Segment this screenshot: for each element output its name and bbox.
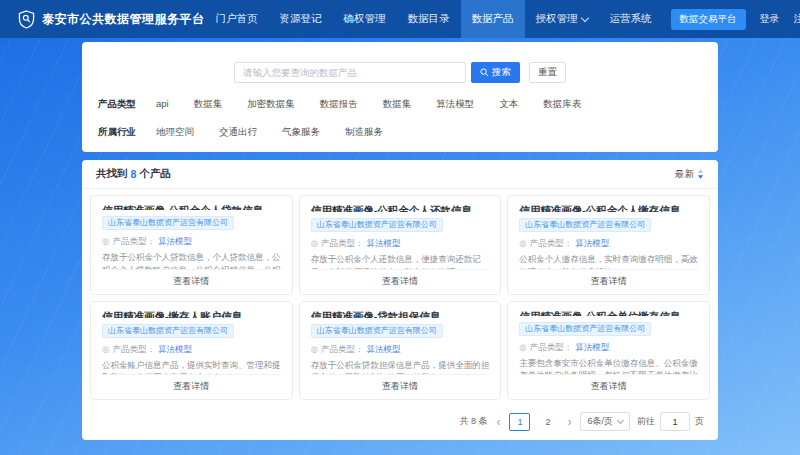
view-details-button[interactable]: 查看详情 <box>311 374 490 399</box>
nav-item-rights-management[interactable]: 确权管理 <box>333 0 397 38</box>
product-description: 存放于公积金个人贷款信息，个人贷款信息，公积金个人贷款账户信息，公积金报税信息，… <box>102 251 281 268</box>
company-tag: 山东省泰山数据资产运营有限公司 <box>519 322 651 336</box>
nav-item-resource-register[interactable]: 资源登记 <box>269 0 333 38</box>
nav-item-authorization-management[interactable]: 授权管理 <box>525 0 599 38</box>
filter-label-product-type: 产品类型 <box>98 98 136 111</box>
filter-option[interactable]: 气象服务 <box>282 126 320 139</box>
nav-item-data-catalog[interactable]: 数据目录 <box>397 0 461 38</box>
view-details-button[interactable]: 查看详情 <box>311 269 490 294</box>
results-count-number: 8 <box>131 168 137 180</box>
login-link[interactable]: 登录 <box>760 12 780 26</box>
chevron-down-icon <box>580 13 588 21</box>
goto-page-input[interactable] <box>660 412 690 431</box>
product-type-icon: ◎ <box>311 344 318 355</box>
goto-page-suffix: 页 <box>695 415 704 428</box>
sort-latest-control[interactable]: 最新 <box>675 168 704 181</box>
search-input[interactable] <box>234 62 466 83</box>
product-type-value: 算法模型 <box>575 238 609 249</box>
pagination: 共 8 条 ‹ 1 2 › 6条/页 前往 页 <box>82 406 718 440</box>
nav-item-portal-home[interactable]: 门户首页 <box>205 0 269 38</box>
product-type-label: 产品类型： <box>530 238 573 249</box>
product-card[interactable]: 信用精准画像-公积金个人贷款信息 山东省泰山数据资产运营有限公司 ◎ 产品类型：… <box>90 195 293 295</box>
product-title: 信用精准画像-贷款担保信息 <box>311 310 490 318</box>
reset-button[interactable]: 重置 <box>529 62 566 83</box>
filter-option[interactable]: 算法模型 <box>436 98 474 111</box>
product-type-icon: ◎ <box>311 238 318 249</box>
view-details-button[interactable]: 查看详情 <box>102 269 281 294</box>
results-panel: 共找到 8 个产品 最新 信用精准画像-公积金个人贷款信息 山东省泰山数据资产运… <box>82 160 718 440</box>
filter-row-product-type: 产品类型 api 数据集 加密数据集 数据报告 数据集 算法模型 文本 数据库表 <box>96 98 704 111</box>
filter-option[interactable]: 数据集 <box>383 98 412 111</box>
page-background: 泰安市公共数据管理服务平台 门户首页 资源登记 确权管理 数据目录 数据产品 授… <box>0 0 800 455</box>
product-description: 公积金个人缴存信息，实时查询缴存明细，高效管理账户，助力购房投资。 <box>519 253 698 268</box>
auth-links: 登录 注册 <box>760 12 800 26</box>
sort-arrows-icon <box>697 169 704 179</box>
company-tag: 山东省泰山数据资产运营有限公司 <box>311 218 443 232</box>
product-title: 信用精准画像-缴存人账户信息 <box>102 310 281 318</box>
results-count: 共找到 8 个产品 <box>96 167 171 181</box>
view-details-button[interactable]: 查看详情 <box>102 374 281 399</box>
goto-page-label: 前往 <box>637 415 655 428</box>
product-title: 信用精准画像-公积金个人缴存信息 <box>519 204 698 212</box>
nav-item-operation-system[interactable]: 运营系统 <box>599 0 663 38</box>
filter-option[interactable]: 制造服务 <box>345 126 383 139</box>
product-type-icon: ◎ <box>519 342 526 353</box>
pagination-total: 共 8 条 <box>459 415 487 428</box>
product-type-value: 算法模型 <box>367 238 401 249</box>
product-description: 公积金账户信息产品，提供实时查询、管理和提取服务，方便用户掌握账户动态。 <box>102 359 281 374</box>
product-card[interactable]: 信用精准画像-公积金单位缴存信息 山东省泰山数据资产运营有限公司 ◎ 产品类型：… <box>507 301 710 401</box>
product-description: 存放于公积金个人还款信息，便捷查询还款记录，实时掌握还款状态，助力财务管理。 <box>311 253 490 268</box>
page-size-select[interactable]: 6条/页 <box>580 412 630 431</box>
next-page-button[interactable]: › <box>565 415 573 429</box>
filter-option[interactable]: 数据集 <box>194 98 223 111</box>
filter-option[interactable]: api <box>156 98 169 111</box>
filter-option[interactable]: 加密数据集 <box>247 98 295 111</box>
product-description: 存放于公积金贷款担保信息产品，提供全面的担保审核、风险控制与信用评估服务。 <box>311 359 490 374</box>
product-card-grid: 信用精准画像-公积金个人贷款信息 山东省泰山数据资产运营有限公司 ◎ 产品类型：… <box>82 189 718 406</box>
product-description: 主要包含泰安市公积金单位缴存信息、公积金缴存单位账户业务明细，包括但不限于单位缴… <box>519 357 698 374</box>
product-type-value: 算法模型 <box>575 342 609 353</box>
product-type-value: 算法模型 <box>158 344 192 355</box>
search-button[interactable]: 搜索 <box>471 62 520 83</box>
company-tag: 山东省泰山数据资产运营有限公司 <box>311 324 443 338</box>
product-type-value: 算法模型 <box>158 236 192 247</box>
product-type-icon: ◎ <box>519 238 526 249</box>
data-trade-platform-button[interactable]: 数据交易平台 <box>671 9 746 30</box>
product-card[interactable]: 信用精准画像-缴存人账户信息 山东省泰山数据资产运营有限公司 ◎ 产品类型： 算… <box>90 301 293 401</box>
product-card[interactable]: 信用精准画像-公积金个人还款信息 山东省泰山数据资产运营有限公司 ◎ 产品类型：… <box>299 195 502 295</box>
brand-title: 泰安市公共数据管理服务平台 <box>42 11 205 28</box>
product-type-icon: ◎ <box>102 344 109 355</box>
view-details-button[interactable]: 查看详情 <box>519 374 698 399</box>
shield-icon <box>18 10 35 29</box>
product-type-label: 产品类型： <box>321 238 364 249</box>
product-type-value: 算法模型 <box>367 344 401 355</box>
filter-option[interactable]: 交通出行 <box>219 126 257 139</box>
filter-option[interactable]: 文本 <box>499 98 518 111</box>
product-type-label: 产品类型： <box>112 344 155 355</box>
product-type-label: 产品类型： <box>530 342 573 353</box>
product-type-icon: ◎ <box>102 236 109 247</box>
nav-item-data-products[interactable]: 数据产品 <box>461 0 525 38</box>
search-filter-panel: 搜索 重置 产品类型 api 数据集 加密数据集 数据报告 数据集 算法模型 文… <box>82 42 718 152</box>
view-details-button[interactable]: 查看详情 <box>519 269 698 294</box>
company-tag: 山东省泰山数据资产运营有限公司 <box>102 216 234 230</box>
register-link[interactable]: 注册 <box>794 12 800 26</box>
page-button-1[interactable]: 1 <box>509 413 530 431</box>
product-title: 信用精准画像-公积金个人贷款信息 <box>102 204 281 210</box>
main-nav: 门户首页 资源登记 确权管理 数据目录 数据产品 授权管理 运营系统 <box>205 0 663 38</box>
filter-option[interactable]: 数据库表 <box>543 98 581 111</box>
product-card[interactable]: 信用精准画像-贷款担保信息 山东省泰山数据资产运营有限公司 ◎ 产品类型： 算法… <box>299 301 502 401</box>
page-button-2[interactable]: 2 <box>537 413 558 431</box>
product-card[interactable]: 信用精准画像-公积金个人缴存信息 山东省泰山数据资产运营有限公司 ◎ 产品类型：… <box>507 195 710 295</box>
top-navigation-bar: 泰安市公共数据管理服务平台 门户首页 资源登记 确权管理 数据目录 数据产品 授… <box>0 0 800 38</box>
filter-option[interactable]: 地理空间 <box>156 126 194 139</box>
filter-option[interactable]: 数据报告 <box>320 98 358 111</box>
product-title: 信用精准画像-公积金单位缴存信息 <box>519 310 698 316</box>
chevron-down-icon <box>617 417 624 424</box>
product-type-label: 产品类型： <box>112 236 155 247</box>
brand: 泰安市公共数据管理服务平台 <box>18 10 205 29</box>
results-header: 共找到 8 个产品 最新 <box>82 160 718 189</box>
prev-page-button[interactable]: ‹ <box>494 415 502 429</box>
product-title: 信用精准画像-公积金个人还款信息 <box>311 204 490 212</box>
search-row: 搜索 重置 <box>96 62 704 83</box>
